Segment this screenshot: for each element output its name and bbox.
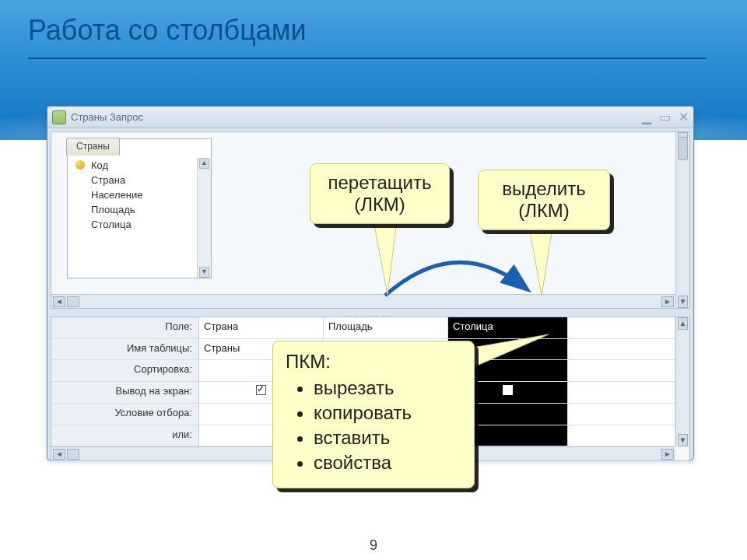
callout-pointer-icon [529,227,560,299]
grid-row-label: Вывод на экран: [51,382,199,404]
scroll-right-icon[interactable]: ► [661,296,674,307]
callout-text: (ЛКМ) [493,200,595,222]
field-item[interactable]: Площадь [72,202,194,217]
field-list: Код Страна Население Площадь Столица [72,158,194,275]
table-source-box[interactable]: Страны Код Страна Население Площадь Стол… [67,138,212,278]
slide-divider [28,58,707,59]
scroll-up-icon[interactable]: ▲ [678,317,688,330]
window-icon [52,110,66,124]
grid-row-label: или: [51,425,199,447]
grid-row-label: Имя таблицы: [51,339,199,361]
callout-pointer-icon [374,221,405,299]
scroll-down-icon[interactable]: ▼ [678,434,688,446]
scroll-down-icon[interactable]: ▼ [199,267,209,278]
callout-drag: перетащить (ЛКМ) [310,163,450,224]
page-number: 9 [0,537,747,554]
callout-context-menu: ПКМ: вырезать копировать вставить свойст… [272,341,475,488]
grid-vertical-scrollbar[interactable]: ▲ ▼ [675,317,689,446]
callout-heading: ПКМ: [286,351,461,373]
field-item[interactable]: Страна [72,173,194,187]
checkbox-icon[interactable] [256,385,266,395]
callout-menu-item: свойства [314,450,461,475]
grid-row-label: Условие отбора: [51,404,199,425]
callout-text: (ЛКМ) [324,194,435,215]
scroll-thumb[interactable] [678,137,688,160]
window-title: Страны Запрос [71,111,143,123]
scroll-left-icon[interactable]: ◄ [53,296,65,307]
callout-menu-item: копировать [314,401,461,425]
svg-marker-1 [529,227,552,296]
grid-cell-field[interactable]: Страна [199,317,324,339]
scroll-left-icon[interactable]: ◄ [53,449,65,460]
scroll-right-icon[interactable]: ► [661,449,674,460]
callout-text: выделить [493,178,595,200]
callout-select: выделить (ЛКМ) [478,170,610,230]
grid-cell-empty[interactable] [568,339,675,361]
grid-cell-empty[interactable] [568,425,675,447]
scroll-up-icon[interactable]: ▲ [199,158,209,169]
grid-cell-field[interactable]: Площадь [324,317,448,339]
close-button[interactable]: ✕ [679,110,689,124]
grid-row-label: Сортировка: [51,360,199,382]
scroll-down-icon[interactable]: ▼ [678,296,688,308]
pane-vertical-scrollbar[interactable]: ▲ ▼ [675,132,689,308]
grid-cell-empty[interactable] [568,382,675,404]
grid-cell-empty[interactable] [568,317,675,339]
slide-title: Работа со столбцами [28,14,307,47]
callout-menu-item: вставить [314,425,461,450]
grid-cell-empty[interactable] [568,404,675,425]
field-item[interactable]: Столица [72,217,194,232]
callout-text: перетащить [324,172,435,194]
titlebar: Страны Запрос ▁ ▭ ✕ [47,107,693,128]
callout-menu-item: вырезать [314,376,461,401]
field-list-scrollbar[interactable]: ▲ ▼ [197,158,211,278]
grid-cell-empty[interactable] [568,360,675,382]
scroll-track-icon[interactable] [67,449,79,460]
field-item-key[interactable]: Код [72,158,194,173]
svg-marker-0 [374,221,397,295]
maximize-button[interactable]: ▭ [659,110,671,124]
minimize-button[interactable]: ▁ [642,110,651,124]
field-item[interactable]: Население [72,187,194,202]
table-source-tab[interactable]: Страны [66,138,120,156]
grid-row-label: Поле: [51,317,199,339]
scroll-track-icon[interactable] [67,296,79,307]
